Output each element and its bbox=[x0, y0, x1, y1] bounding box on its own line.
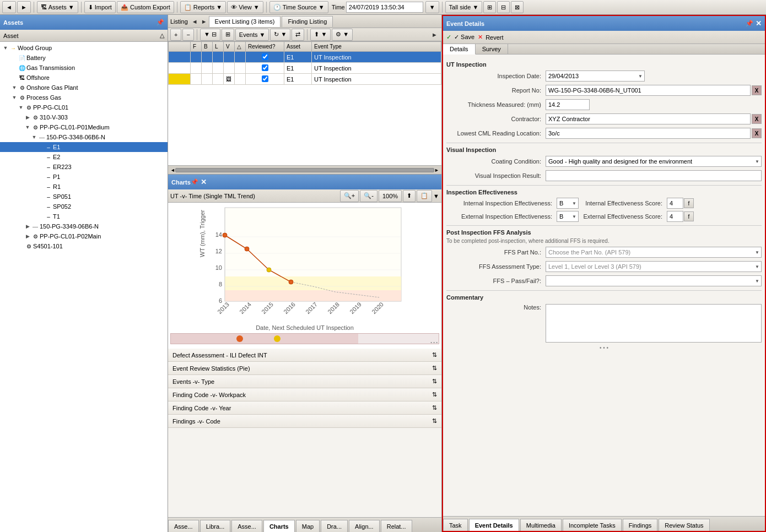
export-btn[interactable]: ⬆ ▼ bbox=[310, 29, 331, 41]
tab-details[interactable]: Details bbox=[443, 44, 476, 55]
tab-dra[interactable]: Dra... bbox=[321, 520, 348, 532]
inspection-date-value[interactable]: 29/04/2013 bbox=[546, 70, 645, 82]
tree-item-pp-pg-cl01[interactable]: ▼ ⚙ PP-PG-CL01 bbox=[0, 102, 168, 112]
expand-icon[interactable]: ▼ bbox=[24, 124, 31, 131]
col-f[interactable]: F bbox=[191, 42, 202, 52]
lowest-cml-value[interactable]: 3o/c bbox=[546, 128, 751, 139]
tree-item-e2[interactable]: – E2 bbox=[0, 152, 168, 162]
time-input[interactable] bbox=[346, 2, 423, 13]
expand-icon[interactable]: ▶ bbox=[24, 233, 31, 240]
charts-pin-icon[interactable]: 📌 bbox=[191, 178, 198, 186]
tab-survey[interactable]: Survey bbox=[476, 44, 508, 54]
reports-button[interactable]: 📋 Reports ▼ bbox=[180, 1, 226, 13]
reviewed-cell[interactable] bbox=[246, 74, 284, 85]
tree-item-er223[interactable]: – ER223 bbox=[0, 162, 168, 172]
tall-side-button[interactable]: Tall side ▼ bbox=[445, 1, 483, 13]
tree-item-p1[interactable]: – P1 bbox=[0, 172, 168, 182]
notes-textarea[interactable] bbox=[546, 304, 762, 343]
tree-item-battery[interactable]: 📄 Battery bbox=[0, 53, 168, 63]
pin-icon[interactable]: 📌 bbox=[157, 19, 164, 26]
nav-fwd-button[interactable]: ► bbox=[17, 1, 31, 13]
tree-item-t1[interactable]: – T1 bbox=[0, 211, 168, 221]
event-pin-icon[interactable]: 📌 bbox=[746, 20, 753, 27]
add-button[interactable]: + bbox=[170, 29, 181, 41]
charts-close-icon[interactable]: ✕ bbox=[201, 178, 207, 186]
scrollbar-thumb[interactable] bbox=[175, 168, 434, 172]
ffs-type-value[interactable]: Level 1, Level or Level 3 (API 579) bbox=[546, 261, 762, 272]
report-no-value[interactable]: WG-150-PG-3348-06B6-N_UT001 bbox=[546, 85, 751, 96]
tab-align[interactable]: Align... bbox=[349, 520, 380, 532]
finding-listing-tab[interactable]: Finding Listing bbox=[282, 16, 333, 27]
col-l[interactable]: L bbox=[213, 42, 224, 52]
table-row[interactable]: 🖼 E1 UT Inspection bbox=[169, 74, 441, 85]
external-score-value[interactable]: 4 bbox=[667, 211, 683, 222]
chart-list-item[interactable]: Events -v- Type ⇅ bbox=[168, 375, 441, 388]
visual-result-value[interactable] bbox=[546, 170, 762, 181]
col-reviewed[interactable]: Reviewed? bbox=[246, 42, 284, 52]
contractor-clear-btn[interactable]: X bbox=[752, 114, 762, 124]
tree-item-onshore[interactable]: ▼ ⚙ Onshore Gas Plant bbox=[0, 83, 168, 93]
time-dropdown-button[interactable]: ▼ bbox=[425, 1, 439, 13]
coating-value[interactable]: Good - High quality and designed for the… bbox=[546, 156, 762, 167]
nav-back-button[interactable]: ◄ bbox=[2, 1, 16, 13]
tab-asse1[interactable]: Asse... bbox=[168, 520, 199, 532]
zoom-100-btn[interactable]: 100% bbox=[379, 190, 402, 202]
table-row[interactable]: E1 UT Inspection bbox=[169, 63, 441, 74]
reviewed-checkbox[interactable] bbox=[262, 53, 268, 60]
expand-icon[interactable]: ▼ bbox=[11, 84, 18, 91]
chart-item-expand[interactable]: ⇅ bbox=[432, 391, 437, 398]
tab-multimedia[interactable]: Multimedia bbox=[520, 519, 562, 531]
view-button[interactable]: 👁 View ▼ bbox=[227, 1, 263, 13]
tree-item-p02main[interactable]: ▶ ⚙ PP-PG-CL01-P02Main bbox=[0, 231, 168, 241]
expand-icon[interactable] bbox=[11, 64, 18, 71]
timeline-slider[interactable]: • • • bbox=[170, 333, 439, 344]
events-button[interactable]: Events ▼ bbox=[235, 29, 269, 41]
col-event-type[interactable]: Event Type bbox=[312, 42, 441, 52]
chart-list-item[interactable]: Findings -v- Code ⇅ bbox=[168, 415, 441, 428]
expand-icon[interactable]: ▶ bbox=[24, 223, 31, 230]
chart-item-expand[interactable]: ⇅ bbox=[432, 404, 437, 411]
tab-map[interactable]: Map bbox=[296, 520, 320, 532]
col-v[interactable]: V bbox=[224, 42, 235, 52]
reviewed-cell[interactable] bbox=[246, 63, 284, 74]
time-source-button[interactable]: 🕐 Time Source ▼ bbox=[269, 1, 328, 13]
tree-item-r1[interactable]: – R1 bbox=[0, 182, 168, 192]
internal-score-value[interactable]: 4 bbox=[667, 198, 683, 209]
thickness-value[interactable]: 14.2 bbox=[546, 99, 590, 110]
import-button[interactable]: ⬇ Import bbox=[84, 1, 116, 13]
col-flag[interactable]: △ bbox=[235, 42, 246, 52]
expand-icon[interactable]: ▼ bbox=[18, 104, 24, 111]
tree-item-150-pg[interactable]: ▼ — 150-PG-3348-06B6-N bbox=[0, 132, 168, 142]
expand-icon[interactable]: ▼ bbox=[11, 94, 18, 101]
tab-incomplete-tasks[interactable]: Incomplete Tasks bbox=[563, 519, 622, 531]
tab-event-details[interactable]: Event Details bbox=[469, 519, 519, 531]
listing-hscroll[interactable]: ◄ ► bbox=[168, 165, 441, 174]
slider-handle2[interactable] bbox=[274, 335, 280, 342]
layout-btn3[interactable]: ⊠ bbox=[511, 1, 524, 13]
tab-findings[interactable]: Findings bbox=[623, 519, 658, 531]
tree-item-gas-transmission[interactable]: 🌐 Gas Transmission bbox=[0, 63, 168, 73]
tab-charts[interactable]: Charts bbox=[263, 520, 295, 532]
group-button[interactable]: ⊞ bbox=[222, 29, 234, 41]
tree-item-p01medium[interactable]: ▼ ⚙ PP-PG-CL01-P01Medium bbox=[0, 122, 168, 132]
col-b[interactable]: B bbox=[202, 42, 213, 52]
listing-nav-left[interactable]: ◄ bbox=[190, 18, 199, 25]
chart-item-expand[interactable]: ⇅ bbox=[432, 378, 437, 385]
ffs-part-value[interactable]: Choose the Part No. (API 579) bbox=[546, 247, 762, 258]
listing-nav-right[interactable]: ► bbox=[199, 18, 209, 25]
share-button[interactable]: ⇄ bbox=[292, 29, 304, 41]
expand-icon[interactable] bbox=[11, 55, 18, 61]
reviewed-checkbox[interactable] bbox=[262, 64, 268, 71]
contractor-value[interactable]: XYZ Contractor bbox=[546, 113, 751, 124]
export-chart-btn[interactable]: ⬆ bbox=[403, 190, 416, 202]
listing-right-nav[interactable]: ► bbox=[430, 31, 439, 38]
tree-item-process-gas[interactable]: ▼ ⚙ Process Gas bbox=[0, 93, 168, 102]
expand-icon[interactable]: ▼ bbox=[2, 45, 9, 51]
tree-item-150-pg-3349[interactable]: ▶ — 150-PG-3349-06B6-N bbox=[0, 221, 168, 231]
internal-score-f-btn[interactable]: f bbox=[684, 198, 694, 208]
col-asset[interactable]: Asset bbox=[284, 42, 312, 52]
zoom-out-btn[interactable]: 🔍- bbox=[360, 190, 377, 202]
tab-relat[interactable]: Relat... bbox=[381, 520, 412, 532]
filter-button[interactable]: ▼ ⊟ bbox=[200, 29, 220, 41]
chart-list-item[interactable]: Finding Code -v- Workpack ⇅ bbox=[168, 388, 441, 401]
